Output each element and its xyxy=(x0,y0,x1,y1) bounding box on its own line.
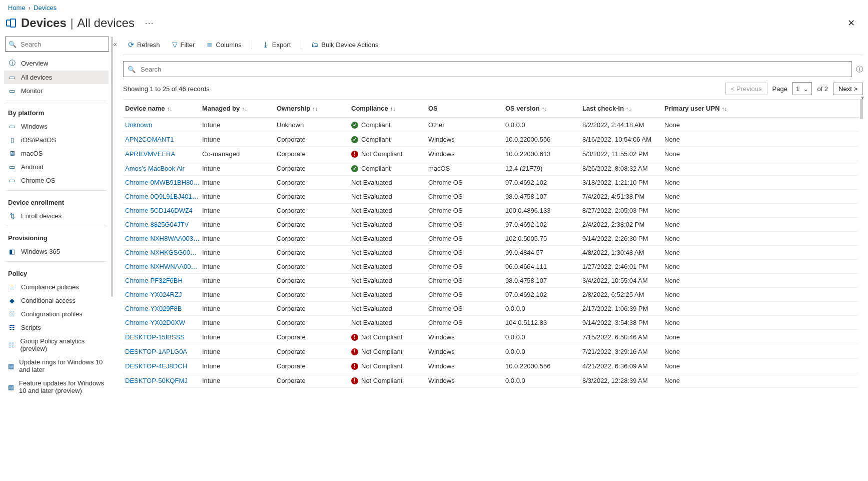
devices-search-input[interactable] xyxy=(140,65,847,74)
sidebar-item-all-devices[interactable]: ▭All devices xyxy=(4,71,109,84)
sidebar-item-update-rings-for-windows-10-and-later[interactable]: ▦Update rings for Windows 10 and later xyxy=(4,355,109,376)
cell-managed-by: Intune xyxy=(202,263,275,270)
sidebar-item-configuration-profiles[interactable]: ☷Configuration profiles xyxy=(4,307,109,321)
sidebar-search-input[interactable] xyxy=(20,40,106,49)
more-actions-button[interactable]: ⋯ xyxy=(145,19,154,28)
compliant-icon: ✓ xyxy=(351,122,358,129)
devices-search[interactable]: 🔍 xyxy=(123,61,852,77)
col-os[interactable]: OS xyxy=(428,105,503,112)
cell-ownership: Corporate xyxy=(277,179,349,186)
sidebar-heading: By platform xyxy=(4,104,109,120)
nav-icon: ▭ xyxy=(8,177,16,184)
sidebar-item-macos[interactable]: 🖥macOS xyxy=(4,147,109,160)
device-name-link[interactable]: Chrome-0Q9L91BJ401731 xyxy=(125,193,200,200)
sidebar-item-feature-updates-for-windows-10-and-later-preview-[interactable]: ▦Feature updates for Windows 10 and late… xyxy=(4,376,109,397)
cell-managed-by: Intune xyxy=(202,165,275,172)
not-compliant-icon: ! xyxy=(351,348,358,355)
col-last-checkin[interactable]: Last check-in↑↓ xyxy=(582,105,662,112)
export-button[interactable]: ⭳ Export xyxy=(257,39,296,51)
sidebar-item-label: Configuration profiles xyxy=(21,310,83,318)
device-name-link[interactable]: Amos's MacBook Air xyxy=(125,165,200,172)
cell-os: Windows xyxy=(428,348,503,355)
cell-os-version: 98.0.4758.107 xyxy=(505,193,580,200)
cell-compliance: Not Evaluated xyxy=(351,305,426,312)
device-name-link[interactable]: Chrome-5CD146DWZ4 xyxy=(125,207,200,214)
cell-os: Chrome OS xyxy=(428,305,503,312)
device-name-link[interactable]: Chrome-8825G04JTV xyxy=(125,221,200,228)
device-name-link[interactable]: APN2COMANT1 xyxy=(125,136,200,143)
refresh-button[interactable]: ⟳ Refresh xyxy=(123,39,165,51)
device-name-link[interactable]: Chrome-YX024RZJ xyxy=(125,291,200,298)
device-name-link[interactable]: Chrome-YX02D0XW xyxy=(125,319,200,326)
sidebar-item-label: Group Policy analytics (preview) xyxy=(21,337,105,352)
cell-managed-by: Intune xyxy=(202,348,275,355)
device-name-link[interactable]: Chrome-NXH8WAA0031… xyxy=(125,235,200,242)
col-device-name[interactable]: Device name↑↓ xyxy=(125,105,200,112)
nav-icon: ☷ xyxy=(8,310,16,318)
sidebar-item-scripts[interactable]: ☶Scripts xyxy=(4,321,109,334)
sidebar-item-group-policy-analytics-preview-[interactable]: ☷Group Policy analytics (preview) xyxy=(4,334,109,355)
sidebar-item-overview[interactable]: ⓘOverview xyxy=(4,56,109,71)
info-icon[interactable]: ⓘ xyxy=(856,66,863,73)
cell-ownership: Corporate xyxy=(277,150,349,158)
device-name-link[interactable]: DESKTOP-50KQFMJ xyxy=(125,377,200,384)
device-name-link[interactable]: DESKTOP-1APLG0A xyxy=(125,348,200,355)
cell-compliance: ✓Compliant xyxy=(351,121,426,129)
device-name-link[interactable]: Chrome-PF32F6BH xyxy=(125,277,200,284)
device-name-link[interactable]: APRILVMVEERA xyxy=(125,150,200,158)
compliant-icon: ✓ xyxy=(351,136,358,143)
table-row: APN2COMANT1IntuneCorporate✓CompliantWind… xyxy=(123,132,859,147)
col-managed-by[interactable]: Managed by↑↓ xyxy=(202,105,275,112)
cell-managed-by: Intune xyxy=(202,179,275,186)
cell-last-checkin: 7/21/2022, 3:29:16 AM xyxy=(582,348,662,355)
cell-last-checkin: 8/16/2022, 10:54:06 AM xyxy=(582,136,662,143)
command-bar: ⟳ Refresh ▽ Filter ≣ Columns ⭳ Export 🗂 … xyxy=(123,37,863,55)
sidebar-divider xyxy=(6,261,107,262)
sidebar-item-enroll-devices[interactable]: ⇅Enroll devices xyxy=(4,209,109,223)
next-page-button[interactable]: Next > xyxy=(833,83,863,95)
device-name-link[interactable]: DESKTOP-4EJ8DCH xyxy=(125,362,200,370)
col-os-version[interactable]: OS version↑↓ xyxy=(505,105,580,112)
device-name-link[interactable]: Unknown xyxy=(125,121,200,129)
filter-button[interactable]: ▽ Filter xyxy=(167,39,200,51)
col-ownership[interactable]: Ownership↑↓ xyxy=(277,105,349,112)
device-name-link[interactable]: DESKTOP-15IBSSS xyxy=(125,333,200,341)
bulk-actions-button[interactable]: 🗂 Bulk Device Actions xyxy=(306,39,383,51)
col-compliance[interactable]: Compliance↑↓ xyxy=(351,105,426,112)
device-name-link[interactable]: Chrome-NXHKGSG00402… xyxy=(125,249,200,256)
sidebar-search[interactable]: 🔍 xyxy=(5,37,109,52)
compliant-icon: ✓ xyxy=(351,165,358,172)
cell-os-version: 0.0.0.0 xyxy=(505,305,580,312)
page-select[interactable]: 1 ⌄ xyxy=(792,82,812,95)
sidebar-item-conditional-access[interactable]: ◆Conditional access xyxy=(4,294,109,307)
device-name-link[interactable]: Chrome-NXHWNAA0010… xyxy=(125,263,200,270)
sidebar-item-monitor[interactable]: ▭Monitor xyxy=(4,84,109,98)
sidebar-item-compliance-policies[interactable]: ≣Compliance policies xyxy=(4,280,109,294)
cell-os-version: 98.0.4758.107 xyxy=(505,277,580,284)
sidebar-item-windows[interactable]: ▭Windows xyxy=(4,120,109,133)
cell-primary-upn: None xyxy=(664,249,734,256)
sidebar-item-ios-ipados[interactable]: ▯iOS/iPadOS xyxy=(4,133,109,147)
columns-button[interactable]: ≣ Columns xyxy=(202,39,246,51)
toolbar-separator xyxy=(301,40,301,49)
close-button[interactable]: ✕ xyxy=(842,15,860,32)
sidebar-item-chrome-os[interactable]: ▭Chrome OS xyxy=(4,174,109,187)
cell-managed-by: Intune xyxy=(202,319,275,326)
device-name-link[interactable]: Chrome-YX029F8B xyxy=(125,305,200,312)
table-row: DESKTOP-4EJ8DCHIntuneCorporate!Not Compl… xyxy=(123,359,859,373)
cell-primary-upn: None xyxy=(664,193,734,200)
blade-title-bar: Devices | All devices ⋯ ✕ xyxy=(0,14,868,37)
previous-page-button[interactable]: < Previous xyxy=(725,83,767,95)
col-primary-upn[interactable]: Primary user UPN↑↓ xyxy=(664,105,734,112)
cell-ownership: Corporate xyxy=(277,207,349,214)
sidebar-scrollbar[interactable] xyxy=(109,37,113,397)
device-name-link[interactable]: Chrome-0MWB91BH801… xyxy=(125,179,200,186)
breadcrumb-devices[interactable]: Devices xyxy=(34,4,57,12)
nav-icon: ☶ xyxy=(8,324,16,331)
chevron-down-icon: ⌄ xyxy=(803,85,808,93)
breadcrumb-home[interactable]: Home xyxy=(8,4,26,12)
cell-compliance: !Not Compliant xyxy=(351,150,426,158)
sidebar-item-label: Android xyxy=(21,163,44,171)
sidebar-item-android[interactable]: ▭Android xyxy=(4,160,109,174)
sidebar-item-windows-365[interactable]: ◧Windows 365 xyxy=(4,245,109,258)
